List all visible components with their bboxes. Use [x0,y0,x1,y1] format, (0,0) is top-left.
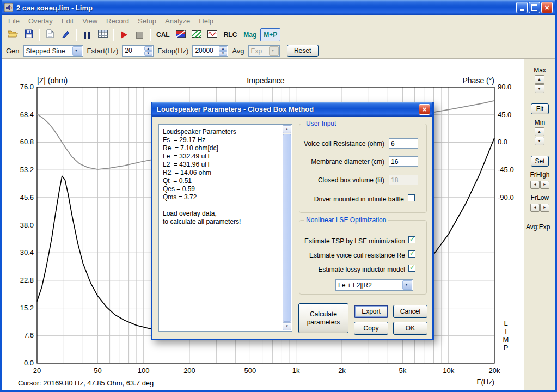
chevron-down-icon[interactable] [402,280,412,290]
fstop-spin-up[interactable] [219,46,227,51]
generator-select[interactable]: Stepped Sine [23,45,83,57]
limp-letter: I [502,327,510,335]
min-up-button[interactable] [535,127,544,136]
close-button[interactable]: × [541,2,553,13]
params-scrollbar [283,125,291,330]
scrollbar-up-button[interactable] [283,125,291,133]
chevron-down-icon[interactable] [72,46,82,56]
pause-button[interactable] [79,28,94,41]
lse-optimization-group: Nonlinear LSE Optimization Estimate TSP … [299,220,427,295]
sine-button[interactable] [205,28,220,41]
estimate-tsp-checkbox[interactable] [408,236,415,243]
menu-item-setup[interactable]: Setup [133,16,161,26]
params-textbox[interactable]: Loudspeaker Parameters Fs = 29.17 Hz Re … [158,124,292,332]
voice-coil-resistance-label: Voice coil Resistance (ohm) [302,140,384,148]
rlc-button[interactable]: RLC [221,29,240,41]
generator-value: Stepped Sine [26,47,65,55]
red-blue-flag-icon [176,30,186,40]
export-button[interactable]: Export [354,305,388,318]
calculate-parameters-button[interactable]: Calculate parameters [298,303,348,333]
toolbar-separator [76,29,77,41]
menu-item-edit[interactable]: Edit [57,16,78,26]
maximize-button[interactable] [529,2,540,13]
pen-icon [62,29,70,40]
fit-button[interactable]: Fit [531,103,549,114]
right-control-strip: Max Fit Min Set FrHigh FrLow Avg:Exp [524,58,555,390]
menu-item-file[interactable]: File [4,16,24,26]
menu-item-view[interactable]: View [78,16,102,26]
table-icon [98,30,108,40]
floppy-disk-icon [25,29,33,40]
membrane-diameter-input[interactable] [389,156,418,167]
toolbar-separator [113,29,114,41]
dialog-title: Loudspeaker Parameters - Closed Box Meth… [157,105,314,113]
hatch-button[interactable] [189,28,204,41]
frhigh-label: FrHigh [524,171,555,179]
open-file-button[interactable] [5,28,20,41]
cal-button[interactable]: CAL [154,29,173,41]
lossy-inductor-label: Estimate lossy inductor model [299,266,405,273]
avg-select: Exp [248,45,280,57]
fstop-spin-down[interactable] [219,51,227,56]
frhigh-right-button[interactable] [540,181,549,189]
reset-button[interactable]: Reset [287,45,319,57]
closed-box-volume-input [389,175,418,185]
frhigh-left-button[interactable] [530,181,540,189]
fstop-input[interactable] [194,46,220,56]
dialog-close-button[interactable]: × [419,104,430,115]
frlow-right-button[interactable] [540,204,549,212]
fstop-label: Fstop(Hz) [157,47,188,55]
cursor-status: Cursor: 20169.80 Hz, 47.85 Ohm, 63.7 deg [18,379,154,387]
min-down-button[interactable] [535,137,544,145]
max-up-button[interactable] [535,75,544,84]
estimate-re-checkbox[interactable] [408,250,415,258]
baffle-checkbox[interactable] [408,194,415,201]
user-input-group: User Input Voice coil Resistance (ohm) M… [299,124,427,213]
copy-button[interactable]: Copy [354,322,388,335]
inductor-model-value: Le + L2||R2 [338,281,372,289]
dialog-body: Loudspeaker Parameters Fs = 29.17 Hz Re … [152,117,432,339]
mag-button[interactable]: Mag [241,29,259,41]
mag-phase-button[interactable]: M+P [260,28,280,41]
ok-button[interactable]: OK [393,322,427,335]
sine-wave-icon [207,30,217,40]
stop-button[interactable] [132,28,147,41]
save-file-button[interactable] [21,28,36,41]
menu-item-help[interactable]: Help [194,16,218,26]
data-table-button[interactable] [95,28,110,41]
menu-item-analyze[interactable]: Analyze [161,16,194,26]
set-button[interactable]: Set [531,156,549,167]
document-icon [46,29,54,40]
record-play-icon [121,31,127,39]
menu-item-overlay[interactable]: Overlay [24,16,57,26]
diagonal-hatch-icon [192,30,201,40]
cancel-button[interactable]: Cancel [393,305,427,318]
gen-label: Gen [6,47,20,55]
user-input-legend: User Input [304,120,338,127]
fstart-spin-up[interactable] [144,46,152,51]
scrollbar-down-button[interactable] [283,322,291,330]
record-button[interactable] [117,28,131,41]
close-icon: × [422,106,426,113]
pen-button[interactable] [58,28,73,41]
toolbar-separator [39,29,40,41]
estimate-tsp-label: Estimate TSP by LSE minimization [299,237,405,245]
max-down-button[interactable] [535,84,544,93]
scrollbar-thumb[interactable] [283,134,291,322]
toolbar-separator [150,29,151,41]
menu-item-record[interactable]: Record [102,16,133,26]
minimize-icon [520,9,524,11]
inductor-model-select[interactable]: Le + L2||R2 [335,279,413,291]
copy-page-button[interactable] [42,28,57,41]
frlow-left-button[interactable] [530,204,540,212]
fstart-input[interactable] [124,46,145,56]
dialog-titlebar[interactable]: Loudspeaker Parameters - Closed Box Meth… [152,102,432,117]
fstart-spin-down[interactable] [144,51,152,56]
fstart-label: Fstart(Hz) [87,47,119,55]
limp-logo: L I M P [502,319,510,352]
titlebar[interactable]: 2 син конец.lim - Limp × [2,0,555,15]
flag-button[interactable] [174,28,188,41]
minimize-button[interactable] [516,2,528,13]
voice-coil-resistance-input[interactable] [389,138,418,149]
lossy-inductor-checkbox[interactable] [408,265,415,272]
